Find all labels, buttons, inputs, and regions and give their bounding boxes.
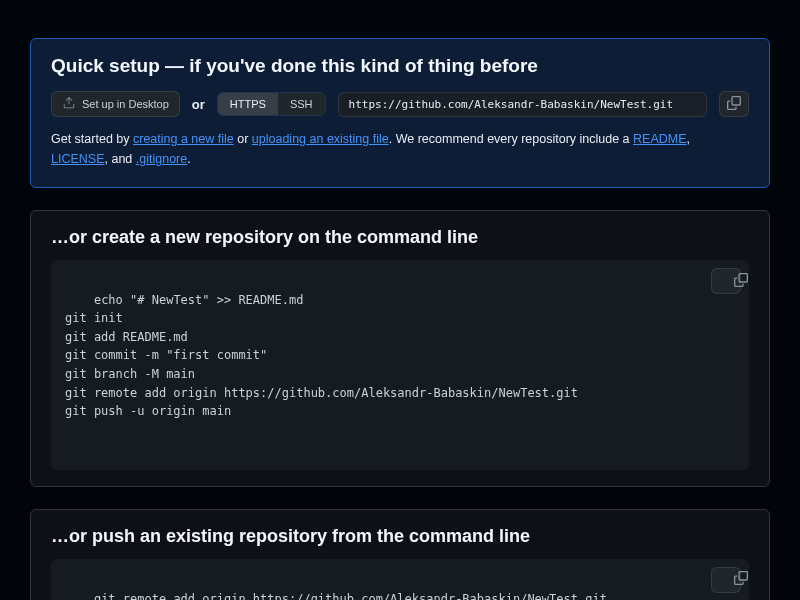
create-new-repo-code: echo "# NewTest" >> README.md git init g…: [51, 260, 749, 470]
push-existing-repo-code: git remote add origin https://github.com…: [51, 559, 749, 600]
get-started-hint: Get started by creating a new file or up…: [51, 129, 749, 169]
quick-setup-panel: Quick setup — if you've done this kind o…: [30, 38, 770, 188]
ssh-toggle[interactable]: SSH: [278, 93, 325, 115]
setup-controls-row: Set up in Desktop or HTTPS SSH: [51, 91, 749, 117]
or-separator: or: [192, 97, 205, 112]
license-link[interactable]: LICENSE: [51, 152, 105, 166]
copy-icon: [727, 96, 741, 113]
copy-push-code-button[interactable]: [711, 567, 741, 593]
copy-url-button[interactable]: [719, 91, 749, 117]
copy-icon: [704, 258, 748, 305]
gitignore-link[interactable]: .gitignore: [136, 152, 187, 166]
create-file-link[interactable]: creating a new file: [133, 132, 234, 146]
https-toggle[interactable]: HTTPS: [218, 93, 278, 115]
push-existing-repo-section: …or push an existing repository from the…: [30, 509, 770, 600]
protocol-toggle: HTTPS SSH: [217, 92, 326, 116]
create-new-repo-title: …or create a new repository on the comma…: [51, 227, 749, 248]
copy-icon: [704, 556, 748, 600]
desktop-icon: [62, 96, 76, 112]
quick-setup-title: Quick setup — if you've done this kind o…: [51, 55, 749, 77]
copy-create-code-button[interactable]: [711, 268, 741, 294]
readme-link[interactable]: README: [633, 132, 686, 146]
push-existing-repo-title: …or push an existing repository from the…: [51, 526, 749, 547]
setup-in-desktop-button[interactable]: Set up in Desktop: [51, 91, 180, 117]
clone-url-input[interactable]: [338, 92, 707, 117]
upload-file-link[interactable]: uploading an existing file: [252, 132, 389, 146]
create-new-repo-section: …or create a new repository on the comma…: [30, 210, 770, 487]
desktop-button-label: Set up in Desktop: [82, 98, 169, 110]
